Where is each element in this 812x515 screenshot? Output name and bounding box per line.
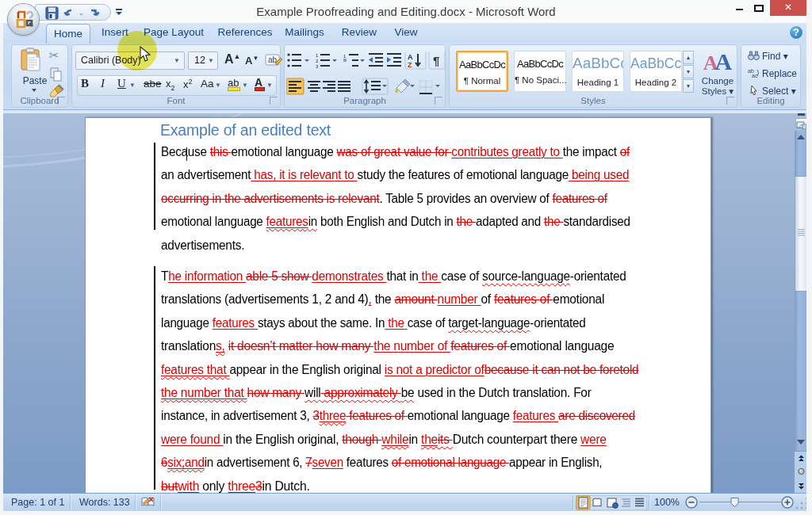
svg-text:2: 2 bbox=[316, 59, 319, 63]
svg-text:3: 3 bbox=[316, 64, 319, 69]
svg-text:Z: Z bbox=[408, 61, 412, 69]
svg-text:ac: ac bbox=[752, 73, 758, 78]
svg-text:A: A bbox=[408, 53, 413, 61]
svg-text:¶: ¶ bbox=[433, 54, 439, 67]
svg-text:1: 1 bbox=[343, 54, 347, 59]
svg-text:1: 1 bbox=[316, 53, 319, 58]
